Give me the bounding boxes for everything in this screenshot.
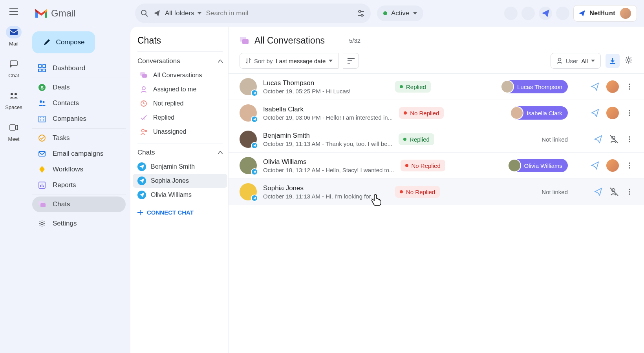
header-placeholder-2[interactable] (521, 7, 535, 20)
status-dropdown[interactable]: Active (377, 5, 423, 21)
svg-point-17 (39, 135, 45, 141)
nav-label: Tasks (53, 134, 70, 142)
more-menu-icon[interactable] (626, 162, 633, 169)
more-menu-icon[interactable] (626, 136, 633, 143)
sort-direction-button[interactable] (343, 53, 359, 69)
linked-name: Isabella Clark (527, 110, 562, 116)
telegram-send-icon[interactable] (591, 109, 599, 117)
folder-scope-dropdown[interactable]: All folders (165, 9, 201, 17)
plus-icon (137, 210, 143, 215)
chats-section-header[interactable]: Chats (137, 149, 223, 156)
nav-campaigns[interactable]: Email campaigns (32, 146, 126, 162)
compose-button[interactable]: Compose (32, 31, 95, 53)
settings-button[interactable] (624, 56, 633, 66)
chevron-down-icon (591, 60, 595, 62)
filter-label: Not replied (153, 100, 183, 107)
sort-dropdown[interactable]: Sort by Last message date (240, 53, 338, 69)
filter-label: Assigned to me (153, 86, 196, 93)
contact-avatar (240, 157, 257, 174)
contact-avatar (240, 183, 257, 200)
header-placeholder-1[interactable] (504, 7, 518, 20)
more-menu-icon[interactable] (626, 188, 633, 195)
contact-name: Benjamin Smith (263, 132, 392, 140)
nav-chats[interactable]: Chats (32, 197, 126, 212)
user-icon (556, 58, 563, 64)
linked-record-pill[interactable]: Lucas Thompson (501, 80, 568, 93)
header-placeholder-3[interactable] (556, 7, 569, 20)
nav-dashboard[interactable]: Dashboard (32, 60, 126, 76)
assignee-avatar (606, 159, 619, 172)
nav-settings[interactable]: Settings (32, 216, 126, 231)
gmail-brand[interactable]: Gmail (35, 8, 129, 19)
hamburger-menu[interactable] (9, 8, 18, 15)
telegram-send-icon[interactable] (594, 135, 602, 144)
chat-item[interactable]: Benjamin Smith (133, 160, 227, 174)
more-menu-icon[interactable] (626, 83, 633, 90)
header-telegram-button[interactable] (539, 7, 552, 20)
filter-all[interactable]: All Conversations (137, 68, 223, 82)
svg-point-49 (629, 189, 630, 190)
sort-lines-icon (348, 58, 355, 64)
svg-point-7 (361, 15, 363, 16)
status-chip: Replied (399, 133, 434, 145)
connect-chat-button[interactable]: CONNECT CHAT (137, 209, 223, 216)
rail-spaces[interactable]: Spaces (5, 89, 22, 110)
rail-mail[interactable]: Mail (6, 26, 22, 47)
settings-icon (38, 219, 46, 228)
rail-meet[interactable]: Meet (6, 121, 22, 142)
conversation-row[interactable]: Olivia WilliamsOctober 18, 13:12 AM - He… (229, 153, 644, 179)
telegram-badge-icon (251, 195, 258, 202)
telegram-icon (137, 176, 146, 185)
nav-tasks[interactable]: Tasks (32, 130, 126, 146)
telegram-badge-icon (251, 142, 258, 149)
telegram-badge-icon (251, 89, 258, 96)
assignee-avatar (606, 107, 619, 119)
telegram-icon (541, 9, 550, 18)
filter-assigned[interactable]: Assigned to me (137, 82, 223, 96)
download-button[interactable] (606, 54, 620, 68)
nethunt-account[interactable]: NetHunt (573, 5, 637, 22)
more-menu-icon[interactable] (626, 109, 633, 116)
svg-point-2 (11, 93, 13, 95)
not-linked-label: Not linked (542, 189, 568, 195)
conversations-section-header[interactable]: Conversations (137, 57, 223, 65)
message-preview: October 19, 05:25 PM - Hi Lucas! (263, 88, 389, 95)
linked-name: Lucas Thompson (517, 84, 562, 90)
telegram-send-icon[interactable] (594, 187, 602, 196)
filter-replied[interactable]: Replied (137, 111, 223, 125)
filter-unassigned[interactable]: Unassigned (137, 125, 223, 139)
rail-chat[interactable]: Chat (6, 58, 22, 78)
workflows-icon (38, 165, 46, 174)
filter-notreplied[interactable]: Not replied (137, 96, 223, 111)
nav-reports[interactable]: Reports (32, 177, 126, 193)
svg-point-40 (629, 115, 630, 116)
nav-companies[interactable]: Companies (32, 111, 126, 127)
navigation-sidebar: Compose Dashboard$DealsContactsCompanies… (27, 27, 130, 353)
chevron-down-icon (413, 12, 417, 15)
linked-record-pill[interactable]: Olivia Williams (508, 159, 568, 172)
user-filter-dropdown[interactable]: User All (551, 53, 601, 69)
telegram-send-icon[interactable] (591, 161, 599, 170)
search-bar[interactable]: All folders (135, 4, 371, 23)
linked-record-pill[interactable]: Isabella Clark (510, 106, 568, 120)
nav-contacts[interactable]: Contacts (32, 95, 126, 111)
search-input[interactable] (206, 9, 352, 17)
nav-workflows[interactable]: Workflows (32, 162, 126, 177)
svg-rect-8 (38, 65, 41, 67)
svg-point-6 (359, 11, 361, 13)
tasks-icon (38, 134, 46, 142)
nav-deals[interactable]: $Deals (32, 80, 126, 95)
sort-prefix: Sort by (254, 58, 273, 64)
telegram-send-icon[interactable] (591, 82, 599, 91)
contact-name: Olivia Williams (263, 158, 394, 166)
svg-point-38 (629, 110, 630, 111)
search-options-icon[interactable] (357, 9, 365, 18)
chat-item[interactable]: Olivia Williams (133, 188, 227, 202)
conversation-row[interactable]: Isabella ClarkOctober 19, 03:06 PM - Hel… (229, 100, 644, 126)
telegram-badge-icon (251, 168, 258, 175)
conversation-row[interactable]: Sophia JonesOctober 19, 11:13 AM - Hi, I… (229, 179, 644, 205)
conversation-row[interactable]: Lucas ThompsonOctober 19, 05:25 PM - Hi … (229, 74, 644, 100)
chat-item[interactable]: Sophia Jones (133, 174, 227, 188)
conversation-row[interactable]: Benjamin SmithOctober 19, 11:13 AM - Tha… (229, 126, 644, 153)
nav-label: Companies (53, 115, 86, 123)
